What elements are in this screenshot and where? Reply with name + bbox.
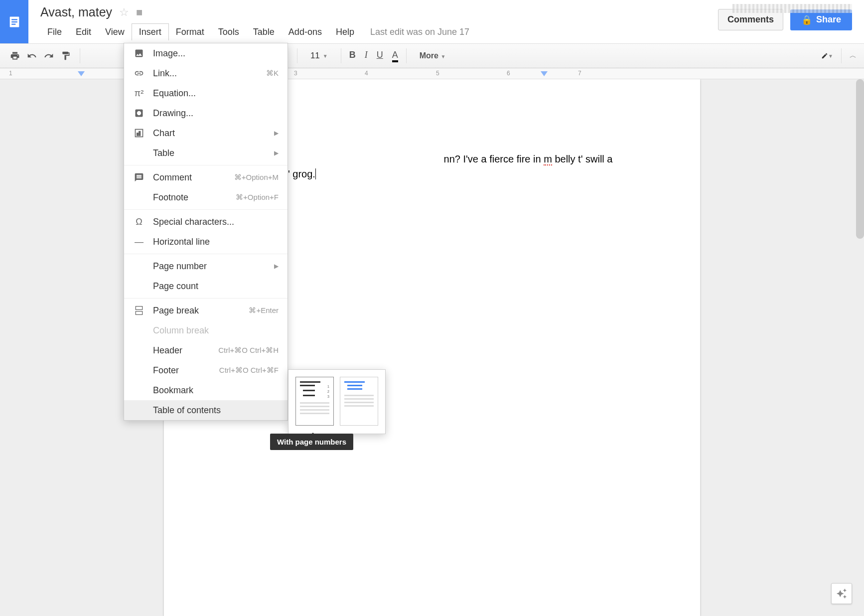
text-cursor	[315, 168, 316, 179]
tooltip: With page numbers	[270, 434, 353, 450]
edit-mode-icon[interactable]: ▼	[821, 50, 833, 62]
ruler-mark: 7	[578, 70, 581, 77]
underline-icon[interactable]: U	[377, 50, 383, 62]
menu-format[interactable]: Format	[169, 24, 211, 40]
folder-icon[interactable]: ■	[136, 6, 143, 19]
collapse-icon[interactable]: ︿	[850, 51, 855, 60]
insert-link[interactable]: Link... ⌘K	[124, 63, 288, 83]
paint-format-icon[interactable]	[60, 50, 72, 62]
comment-icon	[133, 171, 145, 183]
menu-help[interactable]: Help	[329, 24, 361, 40]
chevron-right-icon: ▶	[274, 263, 279, 270]
line-icon: —	[133, 236, 145, 248]
explore-button[interactable]	[831, 583, 852, 604]
page-break-icon	[133, 305, 145, 316]
equation-icon: π²	[133, 87, 145, 99]
toc-with-links[interactable]	[340, 377, 378, 426]
insert-footnote[interactable]: Footnote ⌘+Option+F	[124, 187, 288, 207]
font-size-dropdown[interactable]: 11 ▼	[305, 51, 333, 61]
link-icon	[133, 67, 145, 79]
ruler-mark: 5	[436, 70, 439, 77]
chart-icon	[133, 127, 145, 139]
lock-icon: 🔒	[801, 14, 812, 25]
blurred-account-info	[732, 4, 852, 13]
svg-rect-3	[11, 23, 15, 24]
bold-icon[interactable]: B	[349, 50, 356, 62]
undo-icon[interactable]	[26, 50, 38, 62]
insert-bookmark[interactable]: Bookmark	[124, 380, 288, 400]
scrollbar[interactable]	[856, 79, 864, 239]
svg-marker-5	[541, 71, 548, 76]
svg-rect-10	[139, 132, 141, 136]
indent-marker-left[interactable]	[78, 71, 85, 77]
svg-rect-9	[137, 133, 139, 136]
text-color-icon[interactable]: A	[392, 50, 398, 62]
toc-submenu: 1 2 3	[288, 369, 386, 434]
last-edit-text[interactable]: Last edit was on June 17	[370, 27, 469, 37]
document-text[interactable]: Avast, mann? I've a fierce fire in m bel…	[234, 152, 630, 181]
svg-marker-4	[78, 71, 85, 76]
ruler-mark: 6	[507, 70, 510, 77]
insert-table[interactable]: Table ▶	[124, 143, 288, 163]
menu-file[interactable]: File	[40, 24, 69, 40]
ruler-mark: 3	[294, 70, 297, 77]
svg-rect-12	[136, 311, 142, 315]
ruler-mark: 1	[9, 70, 12, 77]
misspelled-word[interactable]: m	[544, 154, 552, 165]
share-label: Share	[816, 14, 841, 25]
insert-toc[interactable]: Table of contents	[124, 400, 288, 420]
indent-marker-right[interactable]	[541, 71, 548, 77]
menubar: File Edit View Insert Format Tools Table…	[40, 23, 718, 40]
ruler-mark: 4	[365, 70, 368, 77]
menu-table[interactable]: Table	[246, 24, 282, 40]
text-fragment: nn? I've a fierce fire in	[444, 154, 544, 164]
star-icon[interactable]: ☆	[119, 6, 129, 19]
italic-icon[interactable]: I	[365, 50, 368, 62]
omega-icon: Ω	[133, 216, 145, 228]
insert-horizontal-line[interactable]: — Horizontal line	[124, 232, 288, 252]
toc-with-page-numbers[interactable]: 1 2 3	[295, 377, 334, 426]
header: Avast, matey ☆ ■ File Edit View Insert F…	[0, 0, 864, 43]
svg-rect-1	[11, 19, 17, 20]
insert-dropdown: Image... Link... ⌘K π² Equation... Drawi…	[124, 43, 288, 421]
insert-chart[interactable]: Chart ▶	[124, 123, 288, 143]
menu-addons[interactable]: Add-ons	[282, 24, 329, 40]
app-icon[interactable]	[0, 0, 28, 43]
image-icon	[133, 47, 145, 59]
svg-rect-2	[11, 21, 17, 22]
svg-point-7	[137, 111, 141, 115]
menu-insert[interactable]: Insert	[132, 23, 169, 40]
svg-rect-11	[136, 307, 142, 310]
chevron-right-icon: ▶	[274, 150, 279, 156]
drawing-icon	[133, 107, 145, 119]
more-button[interactable]: More ▼	[415, 51, 451, 60]
menu-tools[interactable]: Tools	[211, 24, 246, 40]
insert-image[interactable]: Image...	[124, 43, 288, 63]
redo-icon[interactable]	[43, 50, 55, 62]
insert-comment[interactable]: Comment ⌘+Option+M	[124, 167, 288, 187]
menu-edit[interactable]: Edit	[69, 24, 98, 40]
insert-header[interactable]: Header Ctrl+⌘O Ctrl+⌘H	[124, 340, 288, 360]
insert-page-break[interactable]: Page break ⌘+Enter	[124, 301, 288, 320]
insert-equation[interactable]: π² Equation...	[124, 83, 288, 103]
insert-page-number[interactable]: Page number ▶	[124, 256, 288, 276]
chevron-right-icon: ▶	[274, 130, 279, 137]
menu-view[interactable]: View	[98, 24, 132, 40]
insert-drawing[interactable]: Drawing...	[124, 103, 288, 123]
insert-special-characters[interactable]: Ω Special characters...	[124, 212, 288, 232]
document-title[interactable]: Avast, matey	[40, 5, 112, 19]
header-main: Avast, matey ☆ ■ File Edit View Insert F…	[28, 0, 718, 40]
text-fragment: belly t' swill a pint or two o' grog.	[234, 154, 612, 179]
insert-column-break: Column break	[124, 320, 288, 340]
insert-footer[interactable]: Footer Ctrl+⌘O Ctrl+⌘F	[124, 360, 288, 380]
insert-page-count[interactable]: Page count	[124, 276, 288, 296]
print-icon[interactable]	[9, 50, 21, 62]
